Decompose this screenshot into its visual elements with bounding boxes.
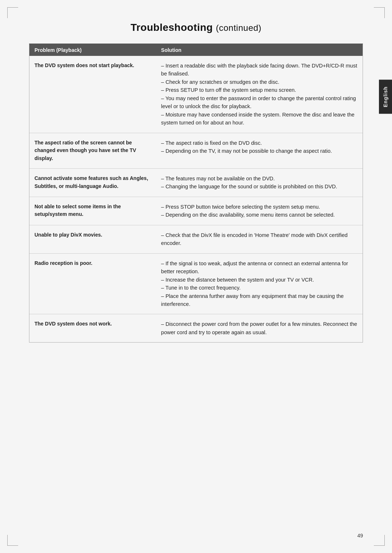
- troubleshoot-table-wrapper: Problem (Playback) Solution The DVD syst…: [29, 44, 363, 343]
- table-row: Radio reception is poor.– If the signal …: [29, 253, 363, 314]
- corner-mark-tl: [7, 7, 18, 18]
- solution-cell: – The aspect ratio is fixed on the DVD d…: [156, 133, 363, 168]
- problem-cell: Unable to play DivX movies.: [29, 225, 156, 253]
- troubleshoot-table: Problem (Playback) Solution The DVD syst…: [29, 44, 363, 342]
- corner-mark-bl: [7, 535, 18, 546]
- table-row: Not able to select some items in the set…: [29, 197, 363, 225]
- problem-cell: Not able to select some items in the set…: [29, 197, 156, 225]
- table-body: The DVD system does not start playback.–…: [29, 56, 363, 342]
- problem-cell: The aspect ratio of the screen cannot be…: [29, 133, 156, 168]
- problem-cell: Radio reception is poor.: [29, 253, 156, 314]
- title-text: Troubleshooting: [131, 22, 213, 33]
- solution-cell: – The features may not be available on t…: [156, 168, 363, 197]
- page: English Troubleshooting (continued) Prob…: [0, 0, 392, 553]
- col-header-problem: Problem (Playback): [29, 44, 156, 56]
- solution-cell: – Disconnect the power cord from the pow…: [156, 314, 363, 342]
- problem-cell: Cannot activate some features such as An…: [29, 168, 156, 197]
- solution-cell: – Insert a readable disc with the playba…: [156, 56, 363, 133]
- corner-mark-br: [374, 535, 385, 546]
- corner-mark-tr: [374, 7, 385, 18]
- table-row: The DVD system does not work.– Disconnec…: [29, 314, 363, 342]
- table-row: The DVD system does not start playback.–…: [29, 56, 363, 133]
- table-row: Cannot activate some features such as An…: [29, 168, 363, 197]
- table-header: Problem (Playback) Solution: [29, 44, 363, 56]
- title-suffix: (continued): [216, 23, 262, 33]
- language-side-tab: English: [379, 80, 392, 114]
- problem-cell: The DVD system does not work.: [29, 314, 156, 342]
- page-number: 49: [357, 533, 363, 538]
- col-header-solution: Solution: [156, 44, 363, 56]
- problem-cell: The DVD system does not start playback.: [29, 56, 156, 133]
- solution-cell: – Check that the DivX file is encoded in…: [156, 225, 363, 253]
- table-row: Unable to play DivX movies.– Check that …: [29, 225, 363, 253]
- solution-cell: – If the signal is too weak, adjust the …: [156, 253, 363, 314]
- table-row: The aspect ratio of the screen cannot be…: [29, 133, 363, 168]
- solution-cell: – Press STOP button twice before selecti…: [156, 197, 363, 225]
- page-title: Troubleshooting (continued): [29, 22, 363, 33]
